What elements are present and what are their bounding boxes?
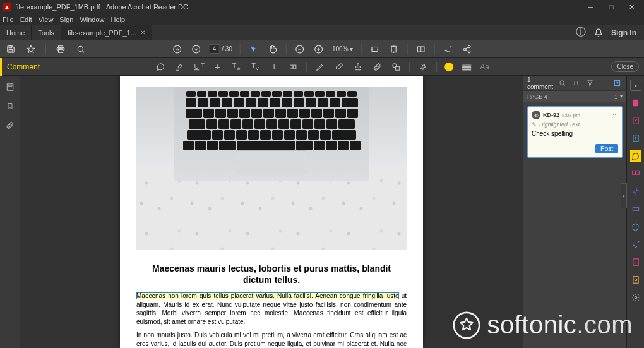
svg-rect-0 [9, 49, 13, 52]
pencil-tool-icon[interactable] [314, 61, 326, 73]
menu-help[interactable]: Help [111, 16, 126, 23]
attachment-panel-icon[interactable] [5, 120, 15, 130]
text-props-label[interactable]: Aa [480, 63, 489, 71]
collapse-rail-icon[interactable]: ▸ [630, 80, 641, 91]
zoom-level[interactable]: 100% ▾ [332, 45, 353, 52]
document-viewport[interactable]: Maecenas mauris lectus, lobortis et puru… [20, 76, 523, 348]
read-mode-icon[interactable] [415, 44, 426, 55]
comment-search-icon[interactable] [557, 78, 567, 88]
notification-bell-icon[interactable] [593, 28, 604, 38]
tab-home[interactable]: Home [0, 25, 32, 40]
menu-window[interactable]: Window [80, 16, 104, 23]
comment-count: 1 comment [527, 76, 553, 90]
highlight-tool-icon[interactable] [174, 61, 185, 73]
pin-tool-icon[interactable] [417, 61, 429, 73]
svg-marker-2 [27, 45, 35, 52]
strikethrough-tool-icon[interactable]: T [212, 61, 223, 73]
comment-sort-icon[interactable]: ↓↑ [571, 78, 581, 88]
comment-filter-icon[interactable] [585, 78, 595, 88]
tab-tools[interactable]: Tools [32, 25, 61, 40]
post-comment-button[interactable]: Post [595, 144, 618, 153]
close-comment-button[interactable]: Close [611, 61, 639, 72]
redact-tool-icon[interactable] [630, 203, 641, 215]
fill-sign-tool-icon[interactable] [630, 239, 641, 250]
comment-options-icon[interactable]: ⋯ [599, 78, 609, 88]
comment-text-input[interactable]: Check spelling [532, 130, 618, 139]
sign-in-link[interactable]: Sign In [611, 28, 636, 37]
menu-sign[interactable]: Sign [59, 16, 73, 23]
save-icon[interactable] [5, 44, 16, 55]
more-tools-icon[interactable] [630, 292, 641, 303]
textbox-tool-icon[interactable]: T [287, 61, 299, 73]
info-icon[interactable]: ⓘ [576, 28, 586, 38]
shapes-tool-icon[interactable] [390, 61, 402, 73]
zoom-out-icon[interactable] [294, 44, 306, 55]
comment-tool-icon[interactable] [630, 150, 641, 162]
share-icon[interactable] [461, 44, 472, 55]
organize-tool-icon[interactable] [630, 168, 641, 179]
sticky-note-tool-icon[interactable] [155, 61, 166, 73]
bookmark-panel-icon[interactable] [5, 101, 15, 111]
comment-username: KD-92 [543, 112, 559, 118]
comment-card[interactable]: ◐ KD-92 8:07 pm ⋯ ✎ Highlighted Text Che… [527, 106, 623, 158]
stamp-tool-icon[interactable] [352, 61, 364, 73]
search-icon[interactable] [75, 44, 86, 55]
selection-tool-icon[interactable] [248, 44, 259, 55]
highlighted-text[interactable]: Maecenas non lorem quis tellus placerat … [136, 292, 399, 299]
hand-tool-icon[interactable] [267, 44, 278, 55]
star-icon[interactable] [25, 44, 37, 55]
color-picker-dot[interactable] [444, 63, 453, 71]
protect-tool-icon[interactable] [630, 221, 641, 232]
window-maximize-button[interactable]: □ [601, 0, 621, 14]
compress-tool-icon[interactable] [630, 186, 641, 197]
underline-tool-icon[interactable]: T [193, 61, 204, 73]
document-image [136, 87, 407, 250]
send-for-signature-tool-icon[interactable] [630, 256, 641, 268]
attachment-tool-icon[interactable] [371, 61, 383, 73]
fit-width-icon[interactable] [369, 44, 380, 55]
svg-point-24 [468, 51, 470, 52]
page-indicator: 4 / 30 [210, 44, 232, 54]
pdf-page: Maecenas mauris lectus, lobortis et puru… [120, 76, 423, 348]
tab-document[interactable]: file-example_PDF_1... ✕ [61, 25, 152, 40]
zoom-in-icon[interactable] [313, 44, 325, 55]
sign-tool-icon[interactable] [442, 44, 453, 55]
convert-tool-icon[interactable] [630, 274, 641, 285]
page-up-icon[interactable] [172, 44, 183, 55]
comment-menu-icon[interactable]: ⋯ [612, 112, 618, 118]
svg-rect-14 [372, 47, 378, 51]
document-paragraph-1: Maecenas non lorem quis tellus placerat … [136, 292, 407, 326]
print-icon[interactable] [55, 44, 66, 55]
menu-file[interactable]: File [3, 16, 14, 23]
eraser-tool-icon[interactable] [333, 61, 345, 73]
svg-rect-47 [636, 171, 639, 174]
svg-point-51 [635, 279, 637, 281]
replace-text-tool-icon[interactable]: T⊕ [230, 61, 242, 73]
page-down-icon[interactable] [191, 44, 202, 55]
edit-pdf-tool-icon[interactable] [630, 115, 641, 126]
tab-close-icon[interactable]: ✕ [140, 29, 145, 36]
window-close-button[interactable]: ✕ [621, 0, 641, 14]
highlight-glyph-icon: ✎ [532, 121, 537, 128]
line-weight-icon[interactable] [461, 61, 472, 73]
svg-point-38 [559, 81, 563, 85]
comment-expand-icon[interactable] [612, 78, 623, 88]
fit-page-icon[interactable] [388, 44, 399, 55]
menubar: File Edit View Sign Window Help [0, 14, 644, 25]
create-pdf-tool-icon[interactable] [630, 97, 641, 109]
page-current-input[interactable]: 4 [210, 44, 220, 54]
insert-text-tool-icon[interactable]: Tᐯ [249, 61, 261, 73]
svg-line-39 [563, 85, 564, 86]
rail-collapse-handle[interactable]: ▸ [621, 183, 627, 208]
window-title: file-example_PDF_1MB.pdf - Adobe Acrobat… [15, 3, 581, 11]
thumbnail-panel-icon[interactable] [5, 82, 15, 92]
menu-view[interactable]: View [39, 16, 54, 23]
window-minimize-button[interactable]: ─ [581, 0, 601, 14]
workspace: Maecenas mauris lectus, lobortis et puru… [0, 76, 644, 348]
menu-edit[interactable]: Edit [20, 16, 32, 23]
export-pdf-tool-icon[interactable] [630, 133, 641, 144]
svg-rect-37 [8, 85, 12, 87]
window-titlebar: ▲ file-example_PDF_1MB.pdf - Adobe Acrob… [0, 0, 644, 14]
comments-page-group[interactable]: PAGE 4 1 ▾ [523, 91, 626, 102]
text-comment-tool-icon[interactable]: T [268, 61, 280, 73]
